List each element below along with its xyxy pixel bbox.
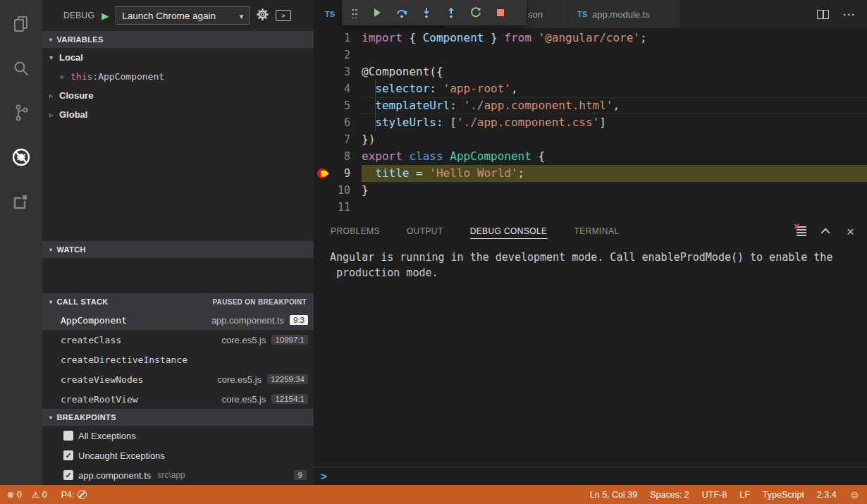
status-item[interactable]: Ln 5, Col 39	[590, 490, 637, 500]
code-text[interactable]: @Component({	[362, 63, 867, 80]
clear-console-icon[interactable]	[797, 226, 806, 236]
editor-gutter[interactable]: 2	[314, 47, 362, 63]
code-text[interactable]: templateUrl: './app.component.html',	[362, 97, 867, 114]
token: templateUrl	[375, 99, 450, 112]
code-line[interactable]: 7})	[314, 131, 867, 148]
editor-tab[interactable]: TSapp.module.ts	[569, 0, 680, 28]
scm-indicator[interactable]: P4:	[61, 490, 87, 500]
status-item[interactable]: LF	[739, 490, 750, 500]
code-text[interactable]	[362, 47, 867, 63]
call-stack-frame[interactable]: AppComponentapp.component.ts9:3	[42, 310, 314, 330]
restart-button[interactable]	[470, 7, 481, 18]
code-text[interactable]: styleUrls: ['./app.component.css']	[362, 114, 867, 131]
feedback-smiley-icon[interactable]: ☺	[849, 488, 860, 500]
code-line[interactable]: 9 title = 'Hello World';	[314, 165, 867, 182]
editor-gutter[interactable]: 6	[314, 114, 362, 131]
close-panel-icon[interactable]	[847, 225, 854, 238]
debug-console-input[interactable]: >	[314, 467, 867, 485]
gutter-space	[316, 49, 329, 61]
call-stack-frame[interactable]: createClasscore.es5.js10997:1	[42, 330, 314, 350]
token: })	[362, 133, 375, 146]
breakpoint-checkbox[interactable]	[63, 431, 73, 441]
editor-gutter[interactable]: 7	[314, 131, 362, 148]
panel-tab-problems[interactable]: PROBLEMS	[331, 224, 380, 238]
code-line[interactable]: 2	[314, 47, 867, 63]
code-text[interactable]	[362, 199, 867, 216]
editor-gutter[interactable]: 8	[314, 148, 362, 165]
variable-row[interactable]: ▹Global	[42, 105, 314, 124]
variables-section-header[interactable]: VARIABLES	[42, 31, 314, 48]
editor-gutter[interactable]: 4	[314, 80, 362, 97]
search-icon[interactable]	[6, 51, 37, 86]
status-item[interactable]: UTF-8	[702, 490, 727, 500]
continue-button[interactable]	[371, 7, 383, 18]
code-line[interactable]: 3@Component({	[314, 63, 867, 80]
status-item[interactable]: TypeScript	[763, 490, 804, 500]
editor-gutter[interactable]: 5	[314, 97, 362, 114]
code-text[interactable]: selector: 'app-root',	[362, 80, 867, 97]
gear-icon[interactable]	[257, 8, 269, 23]
line-number: 5	[329, 97, 350, 114]
call-stack-frame[interactable]: createDirectiveInstance	[42, 350, 314, 369]
frame-name: createRootView	[61, 394, 138, 405]
open-console-icon[interactable]	[276, 10, 291, 21]
step-out-button[interactable]	[445, 7, 457, 18]
code-editor[interactable]: 1import { Component } from '@angular/cor…	[314, 28, 867, 219]
call-stack-frame[interactable]: createRootViewcore.es5.js12154:1	[42, 389, 314, 409]
breakpoint-row[interactable]: app.component.tssrc\app9	[42, 465, 314, 485]
code-line[interactable]: 11	[314, 199, 867, 216]
errors-indicator[interactable]: ⊗ 0	[7, 490, 22, 500]
warnings-indicator[interactable]: ⚠ 0	[32, 490, 47, 500]
explorer-icon[interactable]	[6, 6, 37, 42]
editor-gutter[interactable]: 11	[314, 199, 362, 216]
code-text[interactable]: }	[362, 182, 867, 199]
code-line[interactable]: 10}	[314, 182, 867, 199]
code-line[interactable]: 4 selector: 'app-root',	[314, 80, 867, 97]
panel-tab-output[interactable]: OUTPUT	[407, 224, 443, 238]
source-control-icon[interactable]	[6, 95, 37, 130]
split-editor-icon[interactable]	[817, 10, 829, 19]
breakpoint-row[interactable]: Uncaught Exceptions	[42, 445, 314, 465]
step-into-button[interactable]	[421, 7, 432, 18]
variable-row[interactable]: ▾Local	[42, 48, 314, 67]
watch-section-header[interactable]: WATCH	[42, 241, 314, 258]
more-actions-icon[interactable]	[843, 8, 856, 20]
editor-gutter[interactable]: 10	[314, 182, 362, 199]
status-item[interactable]: 2.3.4	[817, 490, 837, 500]
status-item[interactable]: Spaces: 2	[650, 490, 689, 500]
code-text[interactable]: export class AppComponent {	[362, 148, 867, 165]
code-line[interactable]: 1import { Component } from '@angular/cor…	[314, 30, 867, 47]
drag-handle[interactable]	[351, 7, 358, 18]
breakpoints-section-header[interactable]: BREAKPOINTS	[42, 409, 314, 426]
step-over-button[interactable]	[396, 7, 407, 18]
debug-configuration-dropdown[interactable]: Launch Chrome again	[116, 6, 250, 25]
panel-tab-bar: PROBLEMSOUTPUTDEBUG CONSOLETERMINAL	[314, 219, 867, 244]
token	[362, 116, 375, 129]
code-line[interactable]: 6 styleUrls: ['./app.component.css']	[314, 114, 867, 131]
call-stack-section-header[interactable]: CALL STACK PAUSED ON BREAKPOINT	[42, 293, 314, 310]
code-line[interactable]: 8export class AppComponent {	[314, 148, 867, 165]
variable-row[interactable]: ▹Closure	[42, 86, 314, 105]
panel-tab-terminal[interactable]: TERMINAL	[574, 224, 620, 238]
breakpoint-checkbox[interactable]	[63, 470, 73, 480]
code-text[interactable]: })	[362, 131, 867, 148]
gutter-space	[316, 150, 329, 163]
call-stack-frame[interactable]: createViewNodescore.es5.js12259:34	[42, 369, 314, 389]
code-text[interactable]: import { Component } from '@angular/core…	[362, 30, 867, 47]
debug-console-output[interactable]: Angular is running in the development mo…	[314, 244, 867, 467]
variable-row[interactable]: ▹this: AppComponent	[42, 67, 314, 86]
breakpoint-checkbox[interactable]	[63, 450, 73, 460]
code-text[interactable]: title = 'Hello World';	[362, 165, 867, 182]
extensions-icon[interactable]	[6, 184, 37, 219]
panel-tab-debug-console[interactable]: DEBUG CONSOLE	[470, 224, 548, 239]
breakpoint-row[interactable]: All Exceptions	[42, 426, 314, 445]
editor-gutter[interactable]: 1	[314, 30, 362, 47]
editor-gutter[interactable]: 9	[314, 165, 362, 182]
editor-gutter[interactable]: 3	[314, 63, 362, 80]
debug-icon[interactable]	[6, 140, 37, 175]
gutter-space	[316, 66, 329, 78]
stop-button[interactable]	[495, 7, 506, 18]
code-line[interactable]: 5 templateUrl: './app.component.html',	[314, 97, 867, 114]
maximize-panel-icon[interactable]	[821, 228, 830, 237]
start-debug-icon[interactable]: ▶	[102, 11, 109, 20]
